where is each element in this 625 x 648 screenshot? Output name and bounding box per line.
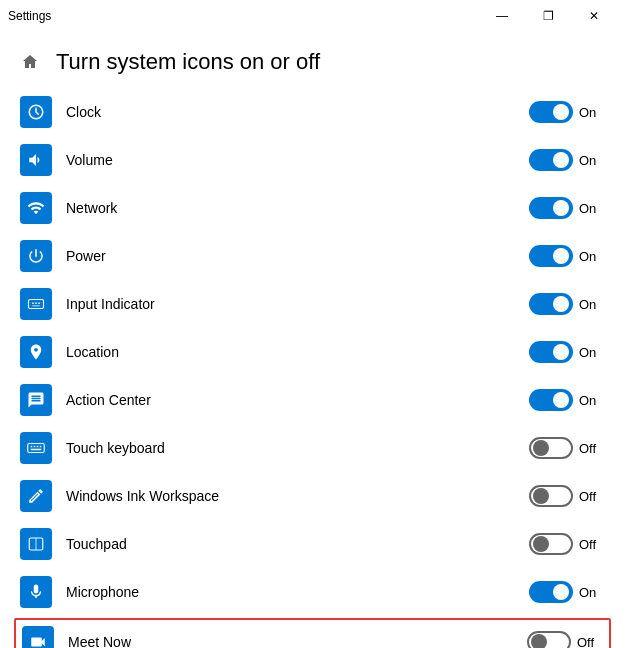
action-center-toggle-thumb (553, 392, 569, 408)
network-toggle-label: On (579, 201, 605, 216)
location-toggle-container: On (529, 341, 605, 363)
title-bar-controls: — ❐ ✕ (479, 0, 617, 32)
power-toggle[interactable] (529, 245, 573, 267)
minimize-button[interactable]: — (479, 0, 525, 32)
touchpad-icon-box (20, 528, 52, 560)
network-label: Network (66, 200, 515, 216)
volume-icon-box (20, 144, 52, 176)
content-area: Turn system icons on or off ClockOnVolum… (0, 32, 625, 648)
items-list: ClockOnVolumeOnNetworkOnPowerOnInput Ind… (0, 88, 625, 648)
clock-icon-box (20, 96, 52, 128)
action-center-toggle-container: On (529, 389, 605, 411)
meet-now-toggle[interactable] (527, 631, 571, 648)
clock-toggle-thumb (553, 104, 569, 120)
title-bar: Settings — ❐ ✕ (0, 0, 625, 32)
touchpad-label: Touchpad (66, 536, 515, 552)
power-toggle-label: On (579, 249, 605, 264)
setting-row-action-center: Action CenterOn (0, 376, 625, 424)
windows-ink-toggle-container: Off (529, 485, 605, 507)
setting-row-touchpad: TouchpadOff (0, 520, 625, 568)
setting-row-touch-keyboard: Touch keyboardOff (0, 424, 625, 472)
setting-row-input-indicator: Input IndicatorOn (0, 280, 625, 328)
microphone-toggle-container: On (529, 581, 605, 603)
clock-toggle-container: On (529, 101, 605, 123)
volume-label: Volume (66, 152, 515, 168)
touch-keyboard-toggle-thumb (533, 440, 549, 456)
home-button[interactable] (16, 48, 44, 76)
touch-keyboard-toggle[interactable] (529, 437, 573, 459)
restore-button[interactable]: ❐ (525, 0, 571, 32)
meet-now-toggle-thumb (531, 634, 547, 648)
volume-toggle-container: On (529, 149, 605, 171)
microphone-icon-box (20, 576, 52, 608)
touch-keyboard-toggle-label: Off (579, 441, 605, 456)
volume-toggle-thumb (553, 152, 569, 168)
clock-toggle[interactable] (529, 101, 573, 123)
power-label: Power (66, 248, 515, 264)
meet-now-toggle-label: Off (577, 635, 603, 649)
setting-row-microphone: MicrophoneOn (0, 568, 625, 616)
touchpad-toggle-label: Off (579, 537, 605, 552)
page-header: Turn system icons on or off (0, 32, 625, 88)
action-center-icon-box (20, 384, 52, 416)
clock-label: Clock (66, 104, 515, 120)
windows-ink-toggle[interactable] (529, 485, 573, 507)
page-title: Turn system icons on or off (56, 49, 320, 75)
input-indicator-toggle[interactable] (529, 293, 573, 315)
microphone-label: Microphone (66, 584, 515, 600)
location-toggle[interactable] (529, 341, 573, 363)
setting-row-meet-now: Meet NowOff (14, 618, 611, 648)
windows-ink-toggle-label: Off (579, 489, 605, 504)
microphone-toggle[interactable] (529, 581, 573, 603)
input-indicator-icon-box (20, 288, 52, 320)
input-indicator-toggle-thumb (553, 296, 569, 312)
volume-toggle[interactable] (529, 149, 573, 171)
setting-row-clock: ClockOn (0, 88, 625, 136)
title-bar-left: Settings (8, 9, 51, 23)
microphone-toggle-label: On (579, 585, 605, 600)
location-toggle-label: On (579, 345, 605, 360)
microphone-toggle-thumb (553, 584, 569, 600)
meet-now-label: Meet Now (68, 634, 513, 648)
network-toggle[interactable] (529, 197, 573, 219)
windows-ink-toggle-thumb (533, 488, 549, 504)
input-indicator-toggle-label: On (579, 297, 605, 312)
setting-row-windows-ink: Windows Ink WorkspaceOff (0, 472, 625, 520)
meet-now-toggle-container: Off (527, 631, 603, 648)
input-indicator-toggle-container: On (529, 293, 605, 315)
touch-keyboard-label: Touch keyboard (66, 440, 515, 456)
power-toggle-thumb (553, 248, 569, 264)
location-toggle-thumb (553, 344, 569, 360)
setting-row-volume: VolumeOn (0, 136, 625, 184)
close-button[interactable]: ✕ (571, 0, 617, 32)
home-icon (22, 54, 38, 70)
power-icon-box (20, 240, 52, 272)
windows-ink-icon-box (20, 480, 52, 512)
location-label: Location (66, 344, 515, 360)
input-indicator-label: Input Indicator (66, 296, 515, 312)
location-icon-box (20, 336, 52, 368)
volume-toggle-label: On (579, 153, 605, 168)
network-icon-box (20, 192, 52, 224)
power-toggle-container: On (529, 245, 605, 267)
action-center-toggle[interactable] (529, 389, 573, 411)
touch-keyboard-icon-box (20, 432, 52, 464)
setting-row-location: LocationOn (0, 328, 625, 376)
meet-now-icon-box (22, 626, 54, 648)
network-toggle-thumb (553, 200, 569, 216)
clock-toggle-label: On (579, 105, 605, 120)
svg-rect-2 (28, 444, 45, 453)
setting-row-network: NetworkOn (0, 184, 625, 232)
windows-ink-label: Windows Ink Workspace (66, 488, 515, 504)
action-center-label: Action Center (66, 392, 515, 408)
touch-keyboard-toggle-container: Off (529, 437, 605, 459)
action-center-toggle-label: On (579, 393, 605, 408)
setting-row-power: PowerOn (0, 232, 625, 280)
app-title: Settings (8, 9, 51, 23)
touchpad-toggle-container: Off (529, 533, 605, 555)
touchpad-toggle-thumb (533, 536, 549, 552)
network-toggle-container: On (529, 197, 605, 219)
touchpad-toggle[interactable] (529, 533, 573, 555)
